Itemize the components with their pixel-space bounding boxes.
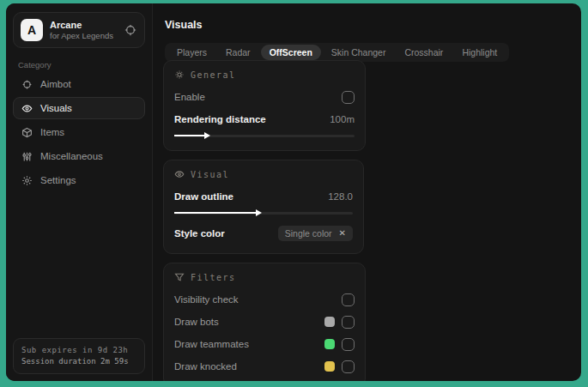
general-panel: General Enable Rendering distance 100m	[163, 60, 366, 151]
sidebar-item-items[interactable]: Items	[13, 121, 145, 143]
sun-gear-icon	[174, 70, 185, 80]
tab-players[interactable]: Players	[168, 45, 215, 60]
slider-fill	[174, 212, 260, 214]
eye-icon	[21, 102, 33, 114]
draw-teammates-checkbox[interactable]	[342, 338, 355, 351]
clear-icon[interactable]: ✕	[339, 229, 346, 238]
sidebar-item-aimbot[interactable]: Aimbot	[13, 73, 145, 95]
enable-label: Enable	[174, 92, 342, 102]
crosshair-icon	[21, 78, 33, 90]
draw-knocked-checkbox[interactable]	[342, 360, 355, 373]
rendering-distance-row: Rendering distance 100m	[174, 110, 355, 129]
cube-icon	[21, 126, 33, 138]
draw-outline-row: Draw outline 128.0	[174, 187, 353, 206]
panel-title: General	[191, 70, 236, 80]
draw-knocked-label: Draw knocked	[174, 361, 324, 372]
draw-teammates-color-swatch[interactable]	[324, 339, 335, 349]
gear-icon	[21, 174, 33, 186]
funnel-icon	[174, 272, 185, 282]
draw-bots-checkbox[interactable]	[342, 316, 355, 329]
filters-panel-header: Filters	[174, 272, 355, 282]
sidebar-item-label: Visuals	[40, 103, 72, 113]
tab-skin-changer[interactable]: Skin Changer	[323, 45, 395, 60]
panel-title: Visual	[191, 170, 229, 179]
draw-teammates-label: Draw teammates	[174, 339, 324, 349]
tab-radar[interactable]: Radar	[217, 45, 259, 60]
main-content: Visuals Players Radar OffScreen Skin Cha…	[153, 3, 581, 381]
rendering-distance-value: 100m	[330, 114, 355, 124]
sidebar-item-label: Miscellaneous	[40, 151, 103, 161]
draw-bots-label: Draw bots	[174, 317, 324, 327]
brand-text: Arcane for Apex Legends	[50, 20, 117, 41]
sidebar-item-settings[interactable]: Settings	[13, 169, 145, 191]
style-color-row: Style color Single color ✕	[174, 224, 353, 243]
app-logo: A	[21, 19, 43, 41]
sidebar-item-label: Items	[40, 127, 64, 137]
general-panel-header: General	[174, 70, 355, 80]
eye-icon	[174, 169, 185, 179]
visual-panel-header: Visual	[174, 169, 353, 179]
draw-outline-value: 128.0	[328, 191, 353, 202]
sliders-icon	[21, 150, 33, 162]
page-title: Visuals	[165, 19, 571, 31]
slider-fill	[174, 135, 209, 136]
sidebar-nav: Aimbot Visuals Items Miscellaneous	[6, 73, 152, 191]
sidebar-item-label: Settings	[40, 175, 76, 185]
crosshair-target-icon[interactable]	[124, 23, 137, 37]
draw-outline-label: Draw outline	[174, 191, 328, 202]
visibility-check-checkbox[interactable]	[342, 293, 355, 306]
draw-teammates-row: Draw teammates	[174, 335, 355, 354]
visibility-check-row: Visibility check	[174, 290, 355, 309]
sidebar-item-visuals[interactable]: Visuals	[13, 97, 145, 119]
draw-bots-color-swatch[interactable]	[324, 317, 335, 327]
category-label: Category	[18, 60, 152, 70]
tab-crosshair[interactable]: Crosshair	[396, 45, 452, 60]
enable-checkbox[interactable]	[342, 91, 355, 104]
sidebar: A Arcane for Apex Legends Category Aimbo…	[6, 3, 153, 381]
sidebar-item-miscellaneous[interactable]: Miscellaneous	[13, 145, 145, 167]
visual-panel: Visual Draw outline 128.0 Style color Si…	[163, 160, 364, 254]
panel-title: Filters	[191, 273, 236, 282]
tab-highlight[interactable]: Highlight	[453, 45, 506, 60]
app-subtitle: for Apex Legends	[50, 31, 117, 41]
draw-knocked-row: Draw knocked	[174, 357, 355, 376]
filters-panel: Filters Visibility check Draw bots Draw …	[163, 263, 366, 381]
brand-card: A Arcane for Apex Legends	[13, 12, 145, 48]
draw-knocked-color-swatch[interactable]	[324, 361, 335, 372]
tab-bar: Players Radar OffScreen Skin Changer Cro…	[165, 43, 509, 62]
draw-bots-row: Draw bots	[174, 312, 355, 331]
style-color-label: Style color	[174, 228, 278, 239]
rendering-distance-slider[interactable]	[174, 131, 355, 140]
sub-expires-text: Sub expires in 9d 23h	[21, 345, 136, 356]
enable-row: Enable	[174, 88, 355, 106]
tab-offscreen[interactable]: OffScreen	[261, 45, 321, 60]
style-color-select[interactable]: Single color ✕	[278, 226, 353, 241]
rendering-distance-label: Rendering distance	[174, 114, 330, 124]
slider-track	[174, 212, 353, 215]
app-window: A Arcane for Apex Legends Category Aimbo…	[6, 3, 581, 381]
visibility-check-label: Visibility check	[174, 294, 342, 305]
panels-area: General Enable Rendering distance 100m	[163, 60, 573, 381]
slider-track	[174, 135, 355, 137]
sidebar-item-label: Aimbot	[40, 79, 71, 89]
subscription-info-card: Sub expires in 9d 23h Session duration 2…	[13, 338, 145, 374]
draw-outline-slider[interactable]	[174, 209, 353, 217]
app-title: Arcane	[50, 20, 117, 31]
style-color-selected-option: Single color	[285, 228, 332, 239]
session-duration-text: Session duration 2m 59s	[21, 356, 136, 367]
